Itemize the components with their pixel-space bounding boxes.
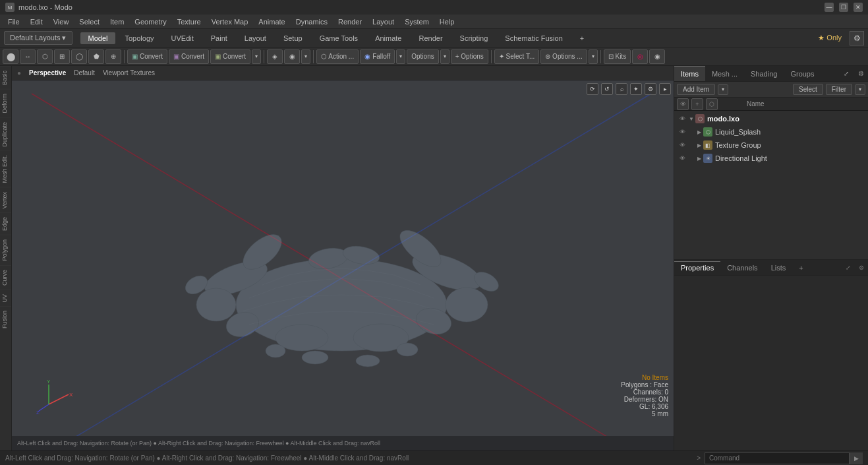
menu-help[interactable]: Help [434, 15, 460, 28]
tab-setup[interactable]: Setup [275, 32, 310, 44]
tree-item-modo-bxo[interactable]: 👁 ▼ ⬡ modo.lxo [674, 112, 868, 125]
add-item-button[interactable]: Add Item [677, 84, 715, 95]
tree-item-directional-light[interactable]: 👁 ▶ ☀ Directional Light [674, 152, 868, 165]
sidebar-tab-deform[interactable]: Deform [0, 89, 11, 117]
options-button-2[interactable]: + Options [451, 49, 488, 64]
menu-animate[interactable]: Animate [253, 15, 290, 28]
viewport[interactable]: ● Perspective Default Viewport Textures … [12, 66, 674, 450]
tool-icon-7[interactable]: ⊕ [105, 49, 121, 64]
rp-settings-icon[interactable]: ⚙ [854, 67, 868, 81]
convert-button-1[interactable]: ▣ Convert [127, 49, 167, 64]
default-layouts-preset[interactable]: Default Layouts ▾ [4, 31, 72, 45]
select-t-button[interactable]: ✦ Select T... [494, 49, 540, 64]
tab-schematic-fusion[interactable]: Schematic Fusion [497, 32, 570, 44]
lists-tab[interactable]: Lists [765, 262, 793, 274]
item-label-texture[interactable]: Texture Group [715, 141, 761, 149]
sidebar-tab-vertex[interactable]: Vertex [0, 187, 11, 213]
star-only-button[interactable]: ★ Only [813, 32, 847, 44]
eye-toggle-liquid[interactable]: 👁 [677, 127, 687, 137]
convert-button-2[interactable]: ▣ Convert [169, 49, 209, 64]
tool-icon-1[interactable]: ⬤ [3, 49, 18, 64]
filter-button[interactable]: Filter [826, 84, 852, 95]
viewport-scene[interactable]: ⟳ ↺ ⌕ ✦ ⚙ ▸ [12, 80, 674, 436]
vp-zoom-button[interactable]: ⌕ [616, 83, 627, 95]
properties-settings-icon[interactable]: ⚙ [855, 261, 868, 274]
kits-button[interactable]: ⊡ Kits [604, 49, 631, 64]
vp-play-button[interactable]: ▸ [659, 83, 671, 95]
tree-item-liquid-splash[interactable]: 👁 ▶ ⬡ Liquid_Splash [674, 125, 868, 139]
menu-view[interactable]: View [48, 15, 74, 28]
options-button-1[interactable]: Options [407, 49, 438, 64]
add-panel-tab[interactable]: + [792, 262, 809, 274]
tool-icon-4[interactable]: ⊞ [54, 49, 70, 64]
tab-render[interactable]: Render [411, 32, 450, 44]
rp-tab-items[interactable]: Items [674, 66, 705, 81]
rp-tab-mesh[interactable]: Mesh ... [705, 66, 744, 81]
maximize-button[interactable]: ❐ [839, 3, 848, 12]
eye-toggle-modo[interactable]: 👁 [677, 113, 687, 124]
layout-settings-button[interactable]: ⚙ [850, 31, 864, 46]
action-button[interactable]: ⬡ Action ... [316, 49, 359, 64]
vp-undo-button[interactable]: ↺ [601, 83, 613, 95]
sidebar-tab-basic[interactable]: Basic [0, 66, 11, 89]
channels-tab[interactable]: Channels [720, 262, 764, 274]
sidebar-tab-curve[interactable]: Curve [0, 265, 11, 290]
sidebar-tab-polygon[interactable]: Polygon [0, 235, 11, 265]
properties-tab[interactable]: Properties [674, 261, 720, 274]
add-col-header[interactable]: + [691, 98, 703, 110]
menu-dynamics[interactable]: Dynamics [291, 15, 333, 28]
menu-select[interactable]: Select [74, 15, 105, 28]
eye-toggle-texture[interactable]: 👁 [677, 140, 687, 150]
expand-arrow-light[interactable]: ▶ [695, 154, 703, 162]
tab-topology[interactable]: Topology [117, 32, 161, 44]
minimize-button[interactable]: — [825, 3, 834, 12]
vp-fit-button[interactable]: ✦ [630, 83, 642, 95]
snapping-icon[interactable]: ◈ [267, 49, 283, 64]
menu-vertex-map[interactable]: Vertex Map [206, 15, 254, 28]
falloff-dropdown[interactable]: ▾ [396, 49, 405, 64]
menu-system[interactable]: System [399, 15, 434, 28]
menu-edit[interactable]: Edit [25, 15, 48, 28]
menu-render[interactable]: Render [333, 15, 367, 28]
unreal-icon[interactable]: ◎ [632, 49, 648, 64]
vp-rotate-button[interactable]: ⟳ [587, 83, 598, 95]
rp-expand-icon[interactable]: ⤢ [839, 67, 854, 81]
command-run-button[interactable]: ▶ [850, 452, 863, 464]
menu-item[interactable]: Item [105, 15, 129, 28]
sym-dropdown[interactable]: ▾ [301, 49, 310, 64]
expand-arrow-modo[interactable]: ▼ [687, 115, 695, 123]
viewport-textures[interactable]: Viewport Textures [103, 69, 155, 77]
sidebar-tab-edge[interactable]: Edge [0, 212, 11, 235]
tab-add[interactable]: + [572, 32, 592, 44]
expand-arrow-texture[interactable]: ▶ [695, 141, 703, 149]
tab-paint[interactable]: Paint [203, 32, 235, 44]
viewport-perspective[interactable]: Perspective [29, 69, 66, 77]
menu-geometry[interactable]: Geometry [129, 15, 171, 28]
options-kits-dropdown[interactable]: ▾ [589, 49, 598, 64]
falloff-button[interactable]: ◉ Falloff [360, 49, 395, 64]
item-label-modo[interactable]: modo.lxo [707, 115, 739, 123]
tab-model[interactable]: Model [80, 32, 116, 44]
sidebar-tab-uv[interactable]: UV [0, 290, 11, 307]
command-input-wrapper[interactable] [705, 452, 850, 464]
add-item-dropdown[interactable]: ▾ [718, 84, 728, 95]
menu-texture[interactable]: Texture [172, 15, 206, 28]
sidebar-tab-mesh-edit[interactable]: Mesh Edit. [0, 150, 11, 187]
convert-button-3[interactable]: ▣ Convert [210, 49, 250, 64]
tool-icon-5[interactable]: ◯ [71, 49, 87, 64]
menu-layout[interactable]: Layout [367, 15, 399, 28]
item-label-liquid[interactable]: Liquid_Splash [715, 128, 761, 136]
tab-animate[interactable]: Animate [367, 32, 409, 44]
rp-tab-shading[interactable]: Shading [744, 66, 784, 81]
select-button[interactable]: Select [793, 84, 823, 95]
tab-scripting[interactable]: Scripting [452, 32, 496, 44]
sidebar-tab-duplicate[interactable]: Duplicate [0, 117, 11, 151]
tool-icon-6[interactable]: ⬟ [88, 49, 104, 64]
tree-item-texture-group[interactable]: 👁 ▶ ◧ Texture Group [674, 139, 868, 152]
eye-toggle-light[interactable]: 👁 [677, 153, 687, 164]
vp-settings-button[interactable]: ⚙ [645, 83, 656, 95]
tab-uvedit[interactable]: UVEdit [163, 32, 202, 44]
convert-dropdown[interactable]: ▾ [252, 49, 261, 64]
properties-expand-icon[interactable]: ⤢ [842, 261, 855, 274]
rp-tab-groups[interactable]: Groups [784, 66, 821, 81]
